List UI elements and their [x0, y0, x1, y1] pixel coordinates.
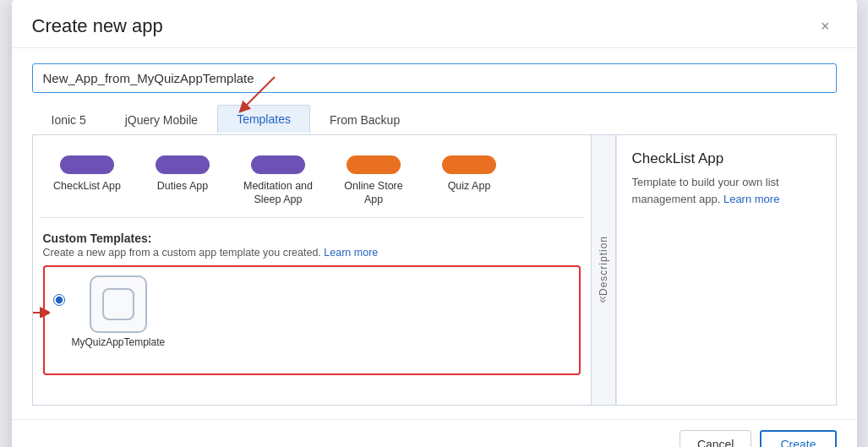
template-store-label: Online Store App — [335, 179, 413, 207]
cancel-button[interactable]: Cancel — [680, 430, 752, 447]
custom-templates-section: Custom Templates: Create a new app from … — [40, 226, 584, 379]
custom-templates-sub: Create a new app from a custom app templ… — [43, 247, 581, 259]
dialog-title: Create new app — [32, 15, 163, 37]
dialog-header: Create new app × — [12, 0, 857, 48]
template-store[interactable]: Online Store App — [330, 152, 418, 210]
tab-templates[interactable]: Templates — [217, 105, 310, 134]
custom-template-icon-svg — [100, 286, 137, 323]
tab-jquery[interactable]: jQuery Mobile — [106, 105, 217, 134]
tab-backup[interactable]: From Backup — [310, 105, 419, 134]
close-button[interactable]: × — [814, 15, 837, 37]
create-app-dialog: Create new app × Ionic 5 jQuery Mobile T… — [12, 0, 857, 447]
desc-text: Template to build your own list manageme… — [632, 174, 821, 207]
custom-template-item[interactable]: MyQuizAppTemplate — [72, 275, 166, 348]
tabs-row: Ionic 5 jQuery Mobile Templates From Bac… — [32, 105, 837, 135]
svg-rect-5 — [103, 289, 134, 319]
custom-templates-box: MyQuizAppTemplate — [43, 265, 581, 375]
tab-ionic5[interactable]: Ionic 5 — [32, 105, 106, 134]
dialog-footer: Cancel Create — [12, 419, 857, 447]
divider-label: Description — [598, 236, 609, 296]
dialog-body: Ionic 5 jQuery Mobile Templates From Bac… — [12, 48, 857, 419]
custom-template-radio[interactable] — [53, 294, 65, 306]
desc-learn-more-link[interactable]: Learn more — [723, 193, 779, 205]
custom-template-item-row: MyQuizAppTemplate — [53, 275, 570, 348]
description-divider[interactable]: Description » — [591, 135, 616, 405]
template-meditation-label: Meditation and Sleep App — [239, 179, 318, 207]
template-quiz-label: Quiz App — [448, 179, 491, 193]
custom-template-icon — [90, 275, 147, 333]
template-meditation[interactable]: Meditation and Sleep App — [234, 152, 323, 210]
template-quiz[interactable]: Quiz App — [425, 152, 514, 210]
custom-template-label: MyQuizAppTemplate — [72, 336, 166, 348]
create-button[interactable]: Create — [760, 430, 836, 447]
desc-title: CheckList App — [632, 150, 821, 167]
app-name-input[interactable] — [32, 63, 837, 93]
template-checklist[interactable]: CheckList App — [43, 152, 132, 210]
content-area: CheckList App Duties App Meditation and … — [32, 135, 837, 406]
custom-templates-header: Custom Templates: — [43, 232, 581, 245]
template-duties-label: Duties App — [157, 179, 208, 193]
description-panel: CheckList App Template to build your own… — [616, 135, 836, 405]
chevron-icon: » — [596, 296, 611, 305]
template-duties[interactable]: Duties App — [139, 152, 227, 210]
preset-templates-row: CheckList App Duties App Meditation and … — [40, 144, 584, 218]
template-checklist-label: CheckList App — [53, 179, 121, 193]
custom-learn-more-link[interactable]: Learn more — [324, 247, 378, 259]
templates-panel: CheckList App Duties App Meditation and … — [33, 135, 591, 405]
